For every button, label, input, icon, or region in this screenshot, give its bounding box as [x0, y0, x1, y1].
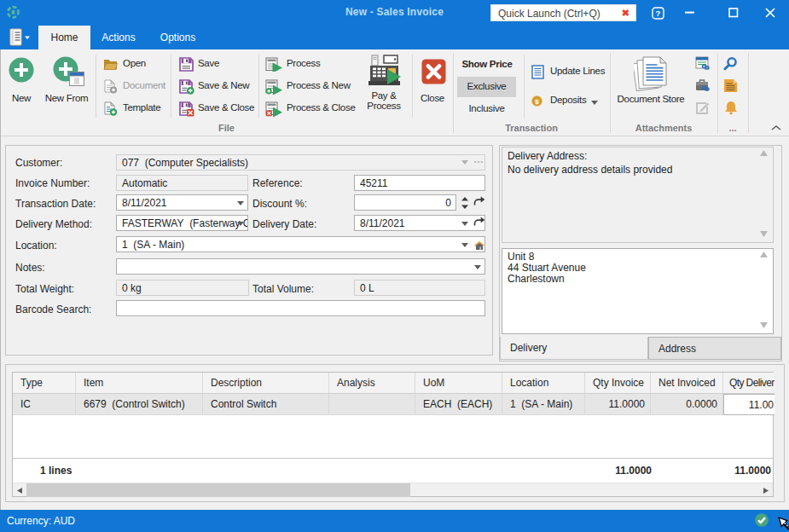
svg-text:?: ?: [656, 9, 661, 18]
svg-text:$: $: [535, 98, 539, 106]
